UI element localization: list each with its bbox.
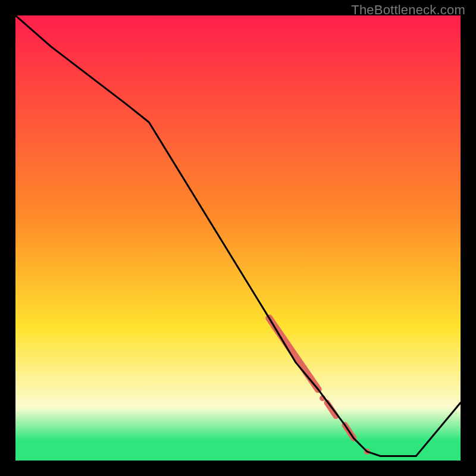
- highlight-segment: [327, 403, 336, 416]
- watermark-text: TheBottleneck.com: [351, 2, 465, 18]
- highlight-markers: [269, 318, 370, 455]
- plot-area: [15, 15, 461, 461]
- chart-frame: TheBottleneck.com: [0, 0, 476, 476]
- bottleneck-curve: [15, 15, 461, 456]
- chart-overlay: [15, 15, 461, 461]
